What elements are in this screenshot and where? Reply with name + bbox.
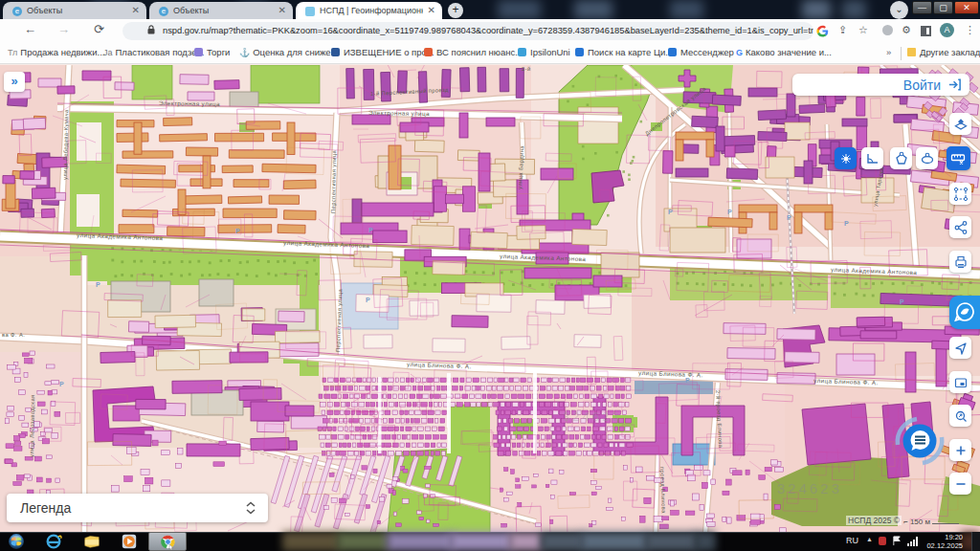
svg-text:2-й: 2-й (522, 66, 531, 72)
svg-text:324623: 324623 (563, 409, 621, 424)
svg-text:P: P (727, 209, 732, 215)
svg-text:P: P (685, 377, 690, 384)
svg-text:P: P (59, 381, 64, 387)
svg-text:P: P (900, 298, 904, 305)
svg-text:ва Ф. А.: ва Ф. А. (2, 332, 25, 338)
svg-text:P: P (844, 220, 849, 227)
svg-text:P: P (787, 214, 791, 221)
svg-text:P: P (235, 228, 240, 234)
svg-text:P: P (368, 227, 373, 233)
svg-text:Перспективная улица: Перспективная улица (330, 149, 337, 213)
svg-text:P: P (366, 297, 370, 303)
svg-text:P: P (96, 281, 100, 288)
svg-text:улица Лесозаводская: улица Лесозаводская (29, 394, 35, 457)
svg-text:324623: 324623 (777, 480, 842, 496)
svg-text:P: P (668, 209, 673, 215)
